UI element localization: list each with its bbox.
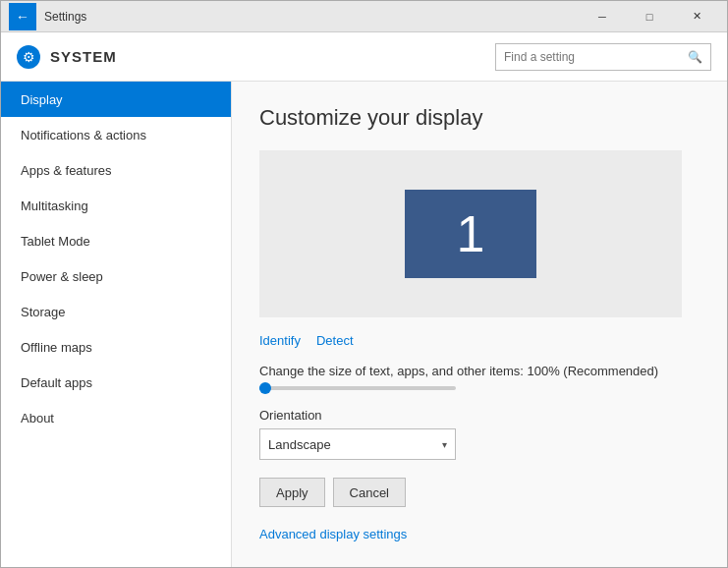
app-header: ⚙ SYSTEM 🔍 bbox=[1, 32, 727, 82]
window-controls: ─ □ ✕ bbox=[580, 1, 719, 32]
sidebar-item-offline-maps[interactable]: Offline maps bbox=[1, 329, 231, 365]
sidebar-item-storage[interactable]: Storage bbox=[1, 294, 231, 329]
main-content: Customize your display 1 Identify Detect… bbox=[232, 82, 727, 567]
title-bar: ← Settings ─ □ ✕ bbox=[1, 1, 727, 32]
detect-link[interactable]: Detect bbox=[316, 333, 354, 348]
sidebar-item-display[interactable]: Display bbox=[1, 82, 231, 117]
monitor-number: 1 bbox=[457, 204, 485, 263]
slider-thumb[interactable] bbox=[259, 382, 271, 394]
sidebar-item-notifications[interactable]: Notifications & actions bbox=[1, 117, 231, 152]
orientation-label: Orientation bbox=[259, 408, 700, 423]
identify-link[interactable]: Identify bbox=[259, 333, 301, 348]
apply-button[interactable]: Apply bbox=[259, 478, 325, 507]
display-preview: 1 bbox=[259, 150, 682, 317]
back-button[interactable]: ← bbox=[9, 3, 36, 30]
orientation-value: Landscape bbox=[268, 437, 442, 452]
sidebar-item-multitasking[interactable]: Multitasking bbox=[1, 188, 231, 223]
maximize-button[interactable]: □ bbox=[627, 1, 672, 32]
sidebar-item-about[interactable]: About bbox=[1, 400, 231, 435]
scale-label: Change the size of text, apps, and other… bbox=[259, 364, 700, 378]
scale-slider[interactable] bbox=[259, 386, 456, 390]
page-title: Customize your display bbox=[259, 105, 700, 131]
back-icon: ← bbox=[16, 9, 29, 25]
search-input[interactable] bbox=[504, 50, 688, 64]
orientation-dropdown[interactable]: Landscape ▾ bbox=[259, 428, 456, 460]
minimize-button[interactable]: ─ bbox=[580, 1, 625, 32]
sidebar-item-tablet-mode[interactable]: Tablet Mode bbox=[1, 223, 231, 258]
window: ← Settings ─ □ ✕ ⚙ SYSTEM 🔍 Display Noti… bbox=[0, 0, 728, 568]
app-body: Display Notifications & actions Apps & f… bbox=[1, 82, 727, 567]
advanced-display-link[interactable]: Advanced display settings bbox=[259, 527, 407, 541]
system-icon: ⚙ bbox=[17, 45, 40, 69]
sidebar-item-power[interactable]: Power & sleep bbox=[1, 258, 231, 294]
search-box[interactable]: 🔍 bbox=[495, 43, 711, 71]
monitor-thumbnail: 1 bbox=[405, 190, 536, 278]
sidebar-item-default-apps[interactable]: Default apps bbox=[1, 365, 231, 400]
chevron-down-icon: ▾ bbox=[442, 439, 447, 450]
display-links: Identify Detect bbox=[259, 333, 700, 348]
search-icon: 🔍 bbox=[688, 50, 702, 64]
button-row: Apply Cancel bbox=[259, 478, 700, 507]
cancel-button[interactable]: Cancel bbox=[333, 478, 406, 507]
sidebar: Display Notifications & actions Apps & f… bbox=[1, 82, 232, 567]
close-button[interactable]: ✕ bbox=[674, 1, 719, 32]
sidebar-item-apps[interactable]: Apps & features bbox=[1, 152, 231, 188]
scale-slider-container bbox=[259, 386, 700, 390]
app-title: SYSTEM bbox=[50, 48, 495, 65]
window-title: Settings bbox=[44, 10, 580, 24]
